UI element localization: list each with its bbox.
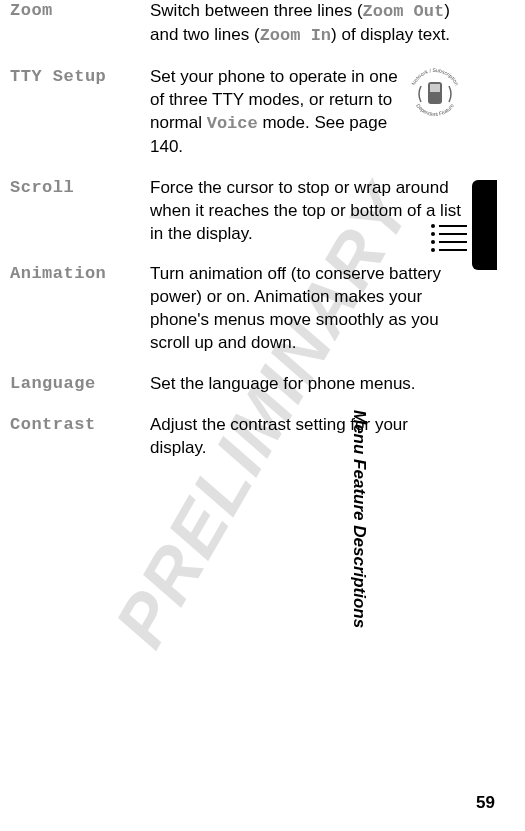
row-label: Animation: [10, 263, 150, 283]
row-description: Turn animation off (to conserve battery …: [150, 263, 465, 355]
row-label: TTY Setup: [10, 66, 150, 86]
table-row: TTY Setup Network / Subscription Depende…: [10, 66, 465, 159]
table-row: Scroll Force the cursor to stop or wrap …: [10, 177, 465, 246]
mono-text: Zoom Out: [363, 2, 445, 21]
row-label: Scroll: [10, 177, 150, 197]
row-label: Language: [10, 373, 150, 393]
table-row: Language Set the language for phone menu…: [10, 373, 465, 396]
content-area: Zoom Switch between three lines (Zoom Ou…: [0, 0, 525, 460]
mono-text: Zoom In: [260, 26, 331, 45]
mono-text: Voice: [207, 114, 258, 133]
table-row: Zoom Switch between three lines (Zoom Ou…: [10, 0, 465, 48]
row-description: Adjust the contrast setting for your dis…: [150, 414, 465, 460]
table-row: Animation Turn animation off (to conserv…: [10, 263, 465, 355]
badge-bottom-text: Dependent Feature: [415, 102, 454, 117]
table-row: Contrast Adjust the contrast setting for…: [10, 414, 465, 460]
desc-text: ) of display text.: [331, 25, 450, 44]
desc-text: Switch between three lines (: [150, 1, 363, 20]
row-description: Network / Subscription Dependent Feature…: [150, 66, 465, 159]
row-description: Set the language for phone menus.: [150, 373, 465, 396]
row-label: Contrast: [10, 414, 150, 434]
svg-text:Dependent Feature: Dependent Feature: [415, 102, 454, 117]
row-description: Force the cursor to stop or wrap around …: [150, 177, 465, 246]
svg-rect-3: [430, 84, 440, 92]
page-number: 59: [476, 793, 495, 813]
row-description: Switch between three lines (Zoom Out) an…: [150, 0, 465, 48]
row-label: Zoom: [10, 0, 150, 20]
network-feature-icon: Network / Subscription Dependent Feature: [405, 64, 465, 124]
